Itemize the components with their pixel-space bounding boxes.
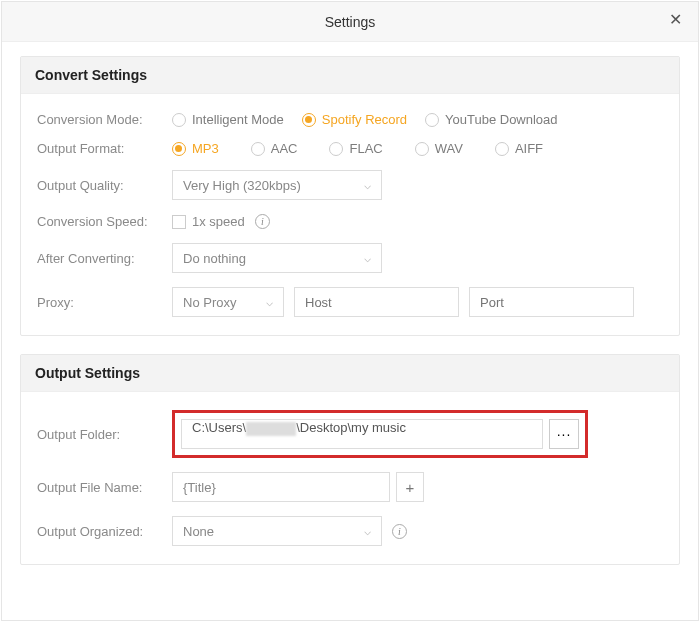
redacted-username bbox=[246, 422, 296, 436]
radio-circle-icon bbox=[251, 142, 265, 156]
info-icon[interactable]: i bbox=[255, 214, 270, 229]
chevron-down-icon: ⌵ bbox=[364, 524, 371, 538]
output-format-radio-flac[interactable]: FLAC bbox=[329, 141, 382, 156]
dialog-body: Convert Settings Conversion Mode: Intell… bbox=[2, 42, 698, 597]
convert-settings-panel: Convert Settings Conversion Mode: Intell… bbox=[20, 56, 680, 336]
conversion-mode-radio-spotify-record[interactable]: Spotify Record bbox=[302, 112, 407, 127]
conversion-mode-radio-intelligent-mode[interactable]: Intelligent Mode bbox=[172, 112, 284, 127]
proxy-port-input[interactable] bbox=[469, 287, 634, 317]
settings-dialog: Settings ✕ Convert Settings Conversion M… bbox=[1, 1, 699, 621]
output-panel-title: Output Settings bbox=[21, 355, 679, 392]
info-icon[interactable]: i bbox=[392, 524, 407, 539]
output-organized-label: Output Organized: bbox=[37, 524, 172, 539]
speed-checkbox[interactable] bbox=[172, 215, 186, 229]
after-converting-value: Do nothing bbox=[183, 251, 246, 266]
output-format-radio-aac[interactable]: AAC bbox=[251, 141, 298, 156]
output-organized-select[interactable]: None ⌵ bbox=[172, 516, 382, 546]
proxy-label: Proxy: bbox=[37, 295, 172, 310]
conversion-mode-radio-youtube-download[interactable]: YouTube Download bbox=[425, 112, 558, 127]
output-format-radio-label: WAV bbox=[435, 141, 463, 156]
output-format-radio-label: AIFF bbox=[515, 141, 543, 156]
convert-panel-title: Convert Settings bbox=[21, 57, 679, 94]
conversion-speed-label: Conversion Speed: bbox=[37, 214, 172, 229]
output-filename-label: Output File Name: bbox=[37, 480, 172, 495]
output-folder-highlight: C:\Users\\Desktop\my music ··· bbox=[172, 410, 588, 458]
output-folder-input[interactable]: C:\Users\\Desktop\my music bbox=[181, 419, 543, 449]
radio-circle-icon bbox=[425, 113, 439, 127]
output-format-radio-label: AAC bbox=[271, 141, 298, 156]
proxy-value: No Proxy bbox=[183, 295, 236, 310]
dialog-header: Settings ✕ bbox=[2, 2, 698, 42]
radio-circle-icon bbox=[329, 142, 343, 156]
output-quality-value: Very High (320kbps) bbox=[183, 178, 301, 193]
chevron-down-icon: ⌵ bbox=[364, 178, 371, 192]
chevron-down-icon: ⌵ bbox=[266, 295, 273, 309]
output-quality-select[interactable]: Very High (320kbps) ⌵ bbox=[172, 170, 382, 200]
radio-circle-icon bbox=[415, 142, 429, 156]
radio-circle-icon bbox=[495, 142, 509, 156]
dialog-title: Settings bbox=[325, 14, 376, 30]
output-settings-panel: Output Settings Output Folder: C:\Users\… bbox=[20, 354, 680, 565]
after-converting-label: After Converting: bbox=[37, 251, 172, 266]
radio-circle-icon bbox=[302, 113, 316, 127]
radio-circle-icon bbox=[172, 113, 186, 127]
conversion-mode-radio-label: YouTube Download bbox=[445, 112, 558, 127]
after-converting-select[interactable]: Do nothing ⌵ bbox=[172, 243, 382, 273]
output-format-radio-wav[interactable]: WAV bbox=[415, 141, 463, 156]
output-format-radio-label: MP3 bbox=[192, 141, 219, 156]
proxy-select[interactable]: No Proxy ⌵ bbox=[172, 287, 284, 317]
add-tag-button[interactable]: + bbox=[396, 472, 424, 502]
output-format-radio-aiff[interactable]: AIFF bbox=[495, 141, 543, 156]
output-filename-input[interactable] bbox=[172, 472, 390, 502]
speed-value: 1x speed bbox=[192, 214, 245, 229]
chevron-down-icon: ⌵ bbox=[364, 251, 371, 265]
conversion-mode-radio-label: Intelligent Mode bbox=[192, 112, 284, 127]
output-quality-label: Output Quality: bbox=[37, 178, 172, 193]
radio-circle-icon bbox=[172, 142, 186, 156]
conversion-mode-label: Conversion Mode: bbox=[37, 112, 172, 127]
output-organized-value: None bbox=[183, 524, 214, 539]
proxy-host-input[interactable] bbox=[294, 287, 459, 317]
output-format-radio-label: FLAC bbox=[349, 141, 382, 156]
close-button[interactable]: ✕ bbox=[666, 12, 684, 30]
output-folder-label: Output Folder: bbox=[37, 427, 172, 442]
conversion-mode-radio-label: Spotify Record bbox=[322, 112, 407, 127]
output-format-label: Output Format: bbox=[37, 141, 172, 156]
output-format-radio-mp3[interactable]: MP3 bbox=[172, 141, 219, 156]
browse-folder-button[interactable]: ··· bbox=[549, 419, 579, 449]
